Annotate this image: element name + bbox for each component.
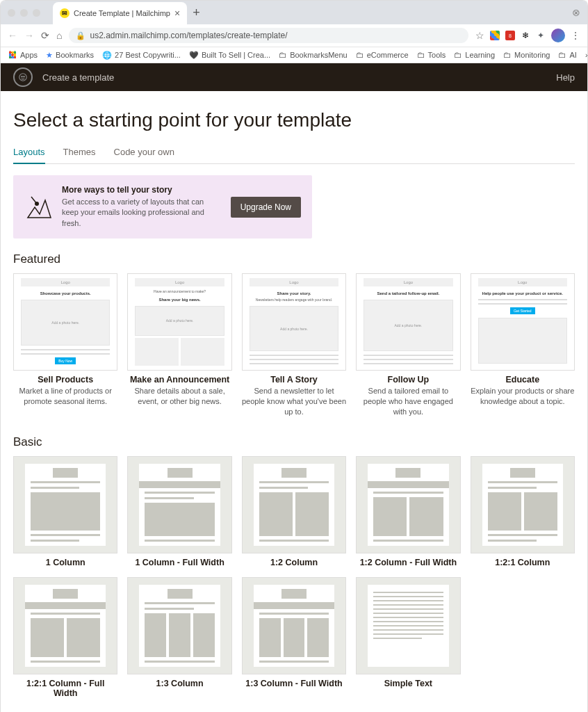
tab-layouts[interactable]: Layouts — [13, 147, 45, 164]
bookmark-folder[interactable]: 🗀AI — [558, 50, 576, 60]
template-thumbnail[interactable] — [127, 456, 231, 553]
bookmark-item[interactable]: 🌐27 Best Copywriti... — [102, 51, 181, 60]
template-card-1-3-column: 1:3 Column — [127, 577, 231, 698]
svg-point-1 — [22, 76, 23, 78]
bookmark-item[interactable]: 🖤Built To Sell | Crea... — [189, 51, 270, 60]
app-header: Create a template Help — [1, 63, 587, 91]
folder-icon: 🗀 — [356, 50, 364, 60]
template-thumbnail[interactable] — [13, 456, 117, 553]
template-thumbnail[interactable] — [127, 577, 231, 674]
ext-colored-grid-icon[interactable] — [490, 31, 500, 40]
template-title: Tell A Story — [242, 375, 346, 385]
mailchimp-logo-icon[interactable] — [13, 67, 33, 87]
page-title: Select a starting point for your templat… — [13, 109, 575, 131]
bookmark-folder[interactable]: 🗀Monitoring — [503, 50, 550, 60]
svg-point-0 — [19, 74, 27, 81]
template-thumbnail[interactable]: Logo Share your story. Newsletters help … — [242, 273, 346, 371]
help-link[interactable]: Help — [556, 72, 575, 83]
template-title: 1:3 Column - Full Width — [242, 679, 346, 688]
browser-nav-bar: ← → ⟳ ⌂ 🔒 us2.admin.mailchimp.com/templa… — [1, 24, 587, 47]
close-window-icon[interactable]: ⊗ — [572, 7, 580, 18]
tab-title: Create Template | Mailchimp — [74, 9, 170, 17]
globe-icon: 🌐 — [102, 51, 112, 60]
url-text: us2.admin.mailchimp.com/templates/create… — [90, 31, 287, 40]
template-card-sell-products: Logo Showcase your products. Add a photo… — [13, 273, 117, 417]
template-thumbnail[interactable]: Logo Help people use your product or ser… — [471, 273, 575, 371]
template-card-follow-up: Logo Send a tailored follow-up email. Ad… — [356, 273, 460, 417]
template-thumbnail[interactable] — [356, 577, 460, 674]
template-thumbnail[interactable]: Logo Have an announcement to make? Share… — [127, 273, 231, 371]
star-icon: ★ — [46, 51, 53, 60]
tab-close-icon[interactable]: × — [174, 8, 180, 19]
template-thumbnail[interactable]: Logo Showcase your products. Add a photo… — [13, 273, 117, 371]
bookmark-folder[interactable]: 🗀Learning — [454, 50, 495, 60]
nav-forward-icon[interactable]: → — [24, 30, 34, 41]
extension-icons: ☆ 8 ❄ ✦ ⋮ — [475, 29, 580, 42]
template-desc: Explain your products or share knowledge… — [471, 386, 575, 407]
template-thumbnail[interactable]: Logo Send a tailored follow-up email. Ad… — [356, 273, 460, 371]
basic-grid: 1 Column 1 Column - Full Width — [13, 456, 575, 698]
template-thumbnail[interactable] — [242, 577, 346, 674]
template-desc: Market a line of products or promote sea… — [13, 386, 117, 407]
template-card-educate: Logo Help people use your product or ser… — [471, 273, 575, 417]
url-bar[interactable]: 🔒 us2.admin.mailchimp.com/templates/crea… — [69, 28, 468, 43]
bookmark-overflow[interactable]: » — [585, 51, 588, 59]
template-thumbnail[interactable] — [471, 456, 575, 553]
template-card-1-2-1-column-fw: 1:2:1 Column - Full Width — [13, 577, 117, 698]
bookmarks-bar: Apps ★Bookmarks 🌐27 Best Copywriti... 🖤B… — [1, 47, 587, 63]
nav-home-icon[interactable]: ⌂ — [56, 30, 62, 41]
template-title: Educate — [471, 375, 575, 385]
template-card-simple-text: Simple Text — [356, 577, 460, 698]
template-desc: Send a tailored email to people who have… — [356, 386, 460, 417]
browser-tab-strip: ✉ Create Template | Mailchimp × + ⊗ — [1, 1, 587, 24]
template-title: Simple Text — [356, 679, 460, 688]
promo-illustration-icon — [24, 193, 52, 221]
header-title: Create a template — [42, 72, 114, 83]
template-card-announcement: Logo Have an announcement to make? Share… — [127, 273, 231, 417]
template-card-1-column: 1 Column — [13, 456, 117, 567]
ext-badge-icon[interactable]: 8 — [505, 31, 515, 40]
browser-tab[interactable]: ✉ Create Template | Mailchimp × — [53, 2, 187, 24]
template-title: 1 Column - Full Width — [127, 558, 231, 567]
template-tabs: Layouts Themes Code your own — [13, 147, 575, 164]
template-card-1-2-1-column: 1:2:1 Column — [471, 456, 575, 567]
new-tab-button[interactable]: + — [193, 6, 200, 20]
bookmark-folder[interactable]: 🗀BookmarksMenu — [279, 50, 348, 60]
template-card-1-2-column-fw: 1:2 Column - Full Width — [356, 456, 460, 567]
folder-icon: 🗀 — [558, 50, 566, 60]
template-card-1-2-column: 1:2 Column — [242, 456, 346, 567]
window-controls[interactable] — [8, 9, 40, 17]
section-featured-title: Featured — [13, 252, 575, 266]
folder-icon: 🗀 — [279, 50, 287, 60]
bookmark-folder[interactable]: 🗀Tools — [417, 50, 446, 60]
upgrade-button[interactable]: Upgrade Now — [231, 197, 301, 218]
folder-icon: 🗀 — [417, 50, 425, 60]
template-title: 1 Column — [13, 558, 117, 567]
tab-code-your-own[interactable]: Code your own — [114, 147, 174, 163]
template-title: 1:2 Column - Full Width — [356, 558, 460, 567]
bookmark-folder[interactable]: 🗀eCommerce — [356, 50, 409, 60]
featured-grid: Logo Showcase your products. Add a photo… — [13, 273, 575, 417]
nav-back-icon[interactable]: ← — [8, 30, 17, 41]
bookmark-item[interactable]: ★Bookmarks — [46, 51, 94, 60]
bookmark-apps[interactable]: Apps — [8, 50, 38, 60]
profile-avatar-icon[interactable] — [551, 29, 565, 42]
menu-icon[interactable]: ⋮ — [571, 30, 580, 41]
tab-themes[interactable]: Themes — [63, 147, 96, 163]
ext-snowflake-icon[interactable]: ❄ — [521, 31, 530, 40]
template-desc: Send a newsletter to let people know wha… — [242, 386, 346, 417]
promo-heading: More ways to tell your story — [62, 185, 221, 195]
template-thumbnail[interactable] — [356, 456, 460, 553]
template-desc: Share details about a sale, event, or ot… — [127, 386, 231, 407]
template-thumbnail[interactable] — [242, 456, 346, 553]
template-title: 1:2 Column — [242, 558, 346, 567]
template-title: Follow Up — [356, 375, 460, 385]
extensions-icon[interactable]: ✦ — [536, 31, 546, 40]
template-thumbnail[interactable] — [13, 577, 117, 674]
nav-reload-icon[interactable]: ⟳ — [41, 30, 49, 41]
favicon-icon: ✉ — [60, 8, 70, 18]
svg-point-2 — [24, 76, 25, 78]
template-title: 1:2:1 Column — [471, 558, 575, 567]
star-icon[interactable]: ☆ — [475, 30, 484, 41]
template-title: 1:2:1 Column - Full Width — [13, 679, 117, 698]
